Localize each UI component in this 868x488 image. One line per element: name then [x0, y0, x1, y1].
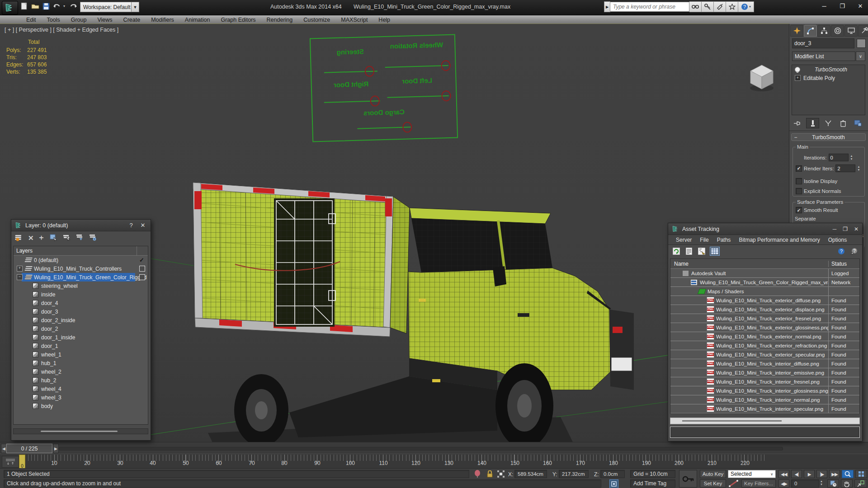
expand-icon[interactable]: + [17, 266, 23, 272]
highlight-selected-layer-icon[interactable] [62, 234, 71, 243]
collapse-icon[interactable]: − [17, 274, 23, 280]
refresh-icon[interactable] [672, 247, 681, 255]
minimize-icon[interactable]: ─ [833, 226, 837, 232]
layer-object-row[interactable]: inside [14, 290, 148, 299]
turbosmooth-rollout-header[interactable]: − TurboSmooth [791, 133, 866, 141]
new-file-icon[interactable] [20, 2, 28, 10]
asset-tracking-titlebar[interactable]: Asset Tracking ─ ❐ ✕ [668, 223, 862, 235]
asset-row[interactable]: PNGWuling_E10_Mini_Truck_interior_emissi… [670, 368, 859, 377]
asset-row-vault[interactable]: Autodesk Vault Logged [670, 269, 859, 278]
rig-circle-control[interactable] [365, 66, 375, 77]
rig-circle-control[interactable] [402, 122, 412, 133]
zoom-all-icon[interactable] [855, 470, 867, 478]
tab-motion[interactable] [831, 25, 844, 37]
layer-properties-icon[interactable] [89, 234, 98, 243]
menu-tools[interactable]: Tools [42, 17, 66, 23]
z-coordinate-field[interactable] [600, 470, 625, 478]
set-key-button[interactable]: Set Key [700, 479, 726, 488]
asset-row[interactable]: PNGWuling_E10_Mini_Truck_interior_glossi… [670, 386, 859, 395]
close-button[interactable]: ✕ [855, 3, 865, 9]
menu-paths[interactable]: Paths [713, 237, 735, 243]
context-help-icon[interactable]: ? [849, 247, 859, 255]
layer-row-green-color-rigged[interactable]: − Wuling_E10_Mini_Truck_Green_Color_Rigg… [14, 273, 148, 282]
time-slider-track[interactable] [59, 447, 783, 450]
close-icon[interactable]: ✕ [854, 226, 859, 232]
menu-options[interactable]: Options [824, 237, 851, 243]
transform-gizmo-icon[interactable] [497, 470, 505, 479]
table-view-icon[interactable] [710, 247, 720, 256]
set-keys-button[interactable] [679, 470, 697, 488]
asset-row[interactable]: PNGWuling_E10_Mini_Truck_exterior_fresne… [670, 314, 859, 323]
time-configuration-icon[interactable] [827, 479, 839, 488]
create-layer-icon[interactable] [15, 234, 24, 243]
scrollbar-thumb[interactable] [41, 431, 118, 432]
close-icon[interactable]: ✕ [139, 222, 147, 229]
iterations-field[interactable]: 0 [829, 154, 849, 161]
save-file-icon[interactable] [42, 2, 50, 10]
menu-edit[interactable]: Edit [21, 17, 42, 23]
menu-file[interactable]: File [696, 237, 712, 243]
configure-modifier-sets-icon[interactable] [852, 118, 864, 128]
time-slider-handle[interactable]: 0 / 225 [6, 444, 52, 453]
show-end-result-icon[interactable] [806, 118, 819, 128]
layer-object-row[interactable]: door_1 [14, 342, 148, 350]
workspace-selector[interactable]: Workspace: Default ▾ [80, 2, 136, 12]
pin-stack-icon[interactable] [791, 118, 803, 128]
asset-row[interactable]: PNGWuling_E10_Mini_Truck_interior_diffus… [670, 359, 859, 368]
object-name-field[interactable] [792, 38, 854, 48]
pan-hand-icon[interactable] [841, 479, 853, 488]
help-button[interactable]: ? [127, 222, 135, 229]
stack-item-turbosmooth[interactable]: TurboSmooth [792, 65, 865, 74]
go-to-end-button[interactable]: ▶▶ [829, 470, 840, 478]
minimize-button[interactable]: ─ [819, 3, 829, 9]
y-coordinate-field[interactable] [559, 470, 589, 478]
modifier-list-combo[interactable]: Modifier List [792, 52, 855, 61]
x-coordinate-field[interactable] [514, 470, 547, 478]
communication-center-icon[interactable] [714, 1, 726, 12]
open-file-icon[interactable] [31, 2, 39, 10]
rig-circle-control[interactable] [441, 90, 451, 102]
layer-object-row[interactable]: door_2_inside [14, 316, 148, 324]
menu-bitmap-performance[interactable]: Bitmap Performance and Memory [735, 237, 824, 243]
add-time-tag[interactable]: Add Time Tag [630, 479, 675, 488]
rig-circle-control[interactable] [441, 60, 451, 71]
layer-object-row[interactable]: steering_wheel [14, 282, 148, 290]
layer-dialog-titlebar[interactable]: Layer: 0 (default) ? ✕ [11, 220, 151, 231]
object-color-swatch[interactable] [857, 39, 866, 48]
search-icon[interactable] [689, 1, 702, 12]
key-mode-toggle[interactable]: ◀▶ [778, 479, 789, 488]
orbit-maximize-icon[interactable] [854, 479, 867, 488]
time-tag-icon[interactable] [609, 479, 618, 488]
list-view-icon[interactable] [684, 247, 693, 255]
asset-row[interactable]: PNGWuling_E10_Mini_Truck_interior_normal… [670, 395, 859, 404]
layer-object-row[interactable]: body [14, 402, 148, 410]
stack-item-editable-poly[interactable]: + Editable Poly [792, 74, 865, 82]
next-frame-arrow[interactable]: ▶ [53, 444, 59, 453]
undo-icon[interactable] [52, 2, 61, 10]
current-layer-check-icon[interactable]: ✓ [139, 258, 144, 263]
tab-display[interactable] [844, 25, 858, 37]
render-iters-checkbox[interactable]: ✓ [796, 165, 802, 172]
delete-layer-icon[interactable]: ✕ [28, 234, 34, 242]
previous-frame-button[interactable]: ◀| [791, 470, 802, 478]
selection-lock-icon[interactable] [486, 470, 493, 479]
track-bar[interactable]: 0 10 20 30 40 50 60 70 80 90 100 110 120… [0, 454, 868, 469]
zoom-tool-icon[interactable] [842, 470, 854, 478]
explicit-normals-checkbox[interactable] [796, 188, 802, 194]
maximize-button[interactable]: ❐ [837, 3, 847, 9]
search-history-arrow[interactable]: ▶ [604, 1, 610, 12]
isoline-display-checkbox[interactable] [796, 178, 802, 184]
tab-modify[interactable] [804, 25, 817, 37]
sign-in-key-icon[interactable] [702, 1, 714, 12]
menu-maxscript[interactable]: MAXScript [335, 17, 373, 23]
layer-object-row[interactable]: door_1_inside [14, 333, 148, 342]
set-current-box[interactable] [139, 274, 145, 280]
workspace-dropdown-button[interactable]: ▼ [131, 2, 139, 12]
expand-icon[interactable]: + [795, 75, 801, 81]
layer-list-header[interactable]: Layers [14, 246, 148, 256]
layer-object-row[interactable]: hub_2 [14, 376, 148, 385]
layer-row-controllers[interactable]: + Wuling_E10_Mini_Truck_Controllers [14, 264, 148, 273]
tab-create[interactable] [790, 25, 803, 37]
menu-create[interactable]: Create [118, 17, 146, 23]
key-filters-button[interactable]: Key Filters... [741, 479, 776, 488]
